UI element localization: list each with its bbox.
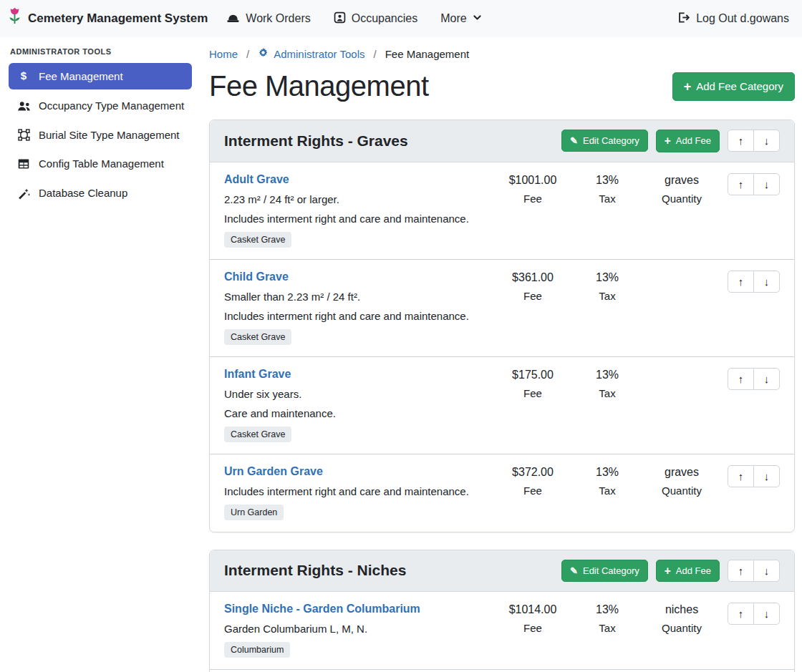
- nav-more-label: More: [440, 12, 466, 25]
- move-fee-up-button[interactable]: ↑: [728, 368, 754, 390]
- fee-quantity-label: Quantity: [644, 193, 719, 205]
- gear-icon: [258, 47, 269, 60]
- edit-category-button[interactable]: ✎ Edit Category: [561, 560, 648, 582]
- fee-type-badge: Columbarium: [224, 642, 290, 658]
- move-category-up-button[interactable]: ↑: [728, 560, 754, 582]
- fee-name-link[interactable]: Urn Garden Grave: [224, 465, 323, 478]
- nav-more[interactable]: More: [440, 11, 481, 26]
- fee-tax-col: 13% Tax: [570, 603, 644, 634]
- fee-description: Includes interment right and care and ma…: [224, 213, 496, 225]
- fee-quantity-col: [644, 368, 719, 369]
- plus-icon: +: [665, 135, 671, 147]
- category-header: Interment Rights - Graves ✎ Edit Categor…: [210, 120, 794, 162]
- fee-tax-col: 13% Tax: [570, 368, 644, 399]
- top-navbar: Cemetery Management System Work Orders O…: [0, 0, 802, 37]
- fee-tax-label: Tax: [570, 387, 644, 399]
- fee-amount: $372.00: [496, 466, 570, 479]
- fee-name-link[interactable]: Child Grave: [224, 271, 289, 283]
- add-fee-button[interactable]: + Add Fee: [656, 130, 720, 152]
- main-content: Home / Administrator Tools / Fee Managem…: [200, 37, 802, 672]
- fee-tax-label: Tax: [570, 484, 644, 497]
- fee-amount: $361.00: [496, 271, 570, 284]
- add-fee-button[interactable]: + Add Fee: [656, 560, 720, 583]
- sidebar-item-config-table-management[interactable]: Config Table Management: [9, 150, 192, 177]
- fee-amount-label: Fee: [496, 290, 570, 302]
- fee-amount-col: $372.00 Fee: [496, 465, 570, 497]
- fee-tax-label: Tax: [570, 622, 644, 634]
- logout-icon: [677, 11, 690, 26]
- edit-category-button[interactable]: ✎ Edit Category: [561, 130, 648, 152]
- fee-type-badge: Casket Grave: [224, 329, 291, 345]
- app-brand[interactable]: Cemetery Management System: [7, 7, 208, 30]
- nav-work-orders[interactable]: Work Orders: [226, 11, 310, 26]
- move-fee-down-button[interactable]: ↓: [753, 271, 780, 293]
- fee-amount-col: $361.00 Fee: [496, 271, 570, 302]
- fee-quantity: graves: [644, 466, 719, 479]
- vector-square-icon: [16, 127, 32, 142]
- logout-link[interactable]: Log Out d.gowans: [677, 11, 789, 26]
- plus-icon: +: [665, 565, 671, 577]
- move-fee-down-button[interactable]: ↓: [753, 465, 780, 487]
- move-fee-up-button[interactable]: ↑: [728, 173, 754, 195]
- sidebar-item-occupancy-type-management[interactable]: Occupancy Type Management: [9, 92, 192, 119]
- add-fee-category-button[interactable]: + Add Fee Category: [672, 72, 795, 101]
- fee-row: Infant Grave Under six years. Care and m…: [210, 356, 794, 454]
- fee-row: Single Niche - Garden Columbarium Garden…: [210, 592, 794, 669]
- sidebar-item-label: Config Table Management: [39, 156, 164, 171]
- fee-type-badge: Casket Grave: [224, 232, 291, 248]
- page-title: Fee Management: [209, 70, 672, 102]
- fee-amount-label: Fee: [496, 387, 570, 399]
- fee-reorder-buttons: ↑ ↓: [728, 465, 780, 487]
- add-fee-category-label: Add Fee Category: [696, 80, 783, 92]
- breadcrumb-separator: /: [373, 48, 376, 60]
- fee-amount-col: $1001.00 Fee: [496, 173, 570, 205]
- fee-amount-label: Fee: [496, 484, 570, 497]
- fee-name-link[interactable]: Infant Grave: [224, 368, 291, 381]
- nav-work-orders-label: Work Orders: [246, 12, 310, 25]
- nav-occupancies[interactable]: Occupancies: [334, 11, 418, 26]
- pencil-icon: ✎: [570, 136, 578, 145]
- add-fee-label: Add Fee: [676, 565, 711, 576]
- sidebar-item-fee-management[interactable]: $ Fee Management: [9, 63, 192, 89]
- fee-quantity: niches: [644, 603, 719, 616]
- sidebar-item-label: Occupancy Type Management: [39, 98, 184, 113]
- move-fee-down-button[interactable]: ↓: [753, 173, 780, 195]
- sidebar-item-label: Fee Management: [39, 69, 123, 84]
- fee-name-link[interactable]: Single Niche - Garden Columbarium: [224, 603, 420, 615]
- move-category-down-button[interactable]: ↓: [753, 560, 780, 582]
- fee-description: Includes interment right and care and ma…: [224, 485, 496, 497]
- primary-nav: Work Orders Occupancies More: [226, 11, 481, 26]
- fee-quantity-col: [644, 271, 719, 271]
- nav-occupancies-label: Occupancies: [352, 12, 418, 25]
- fee-name-link[interactable]: Adult Grave: [224, 173, 289, 186]
- sidebar-item-database-cleanup[interactable]: Database Cleanup: [9, 180, 192, 206]
- fee-amount: $1001.00: [496, 174, 570, 187]
- breadcrumb-admin-tools-label: Administrator Tools: [274, 48, 364, 60]
- tulip-logo-icon: [7, 7, 22, 30]
- sidebar-item-burial-site-type-management[interactable]: Burial Site Type Management: [9, 122, 192, 148]
- fee-tax-col: 13% Tax: [570, 271, 644, 302]
- fee-reorder-buttons: ↑ ↓: [728, 603, 780, 625]
- pencil-icon: ✎: [570, 566, 578, 575]
- fee-description: Care and maintenance.: [224, 407, 496, 419]
- dollar-icon: $: [16, 69, 32, 83]
- move-fee-up-button[interactable]: ↑: [728, 603, 754, 625]
- move-category-down-button[interactable]: ↓: [753, 130, 780, 152]
- fee-description: Under six years.: [224, 388, 496, 400]
- fee-row: Urn Garden Grave Includes interment righ…: [210, 454, 794, 532]
- sidebar-item-label: Database Cleanup: [39, 185, 127, 200]
- move-fee-up-button[interactable]: ↑: [728, 465, 754, 487]
- fee-quantity: graves: [644, 174, 719, 187]
- sidebar: ADMINISTRATOR TOOLS $ Fee Management Occ…: [0, 37, 200, 672]
- move-fee-down-button[interactable]: ↓: [753, 603, 780, 625]
- fee-amount: $1014.00: [496, 603, 570, 616]
- move-fee-down-button[interactable]: ↓: [753, 368, 780, 390]
- fee-description: 2.23 m² / 24 ft² or larger.: [224, 193, 496, 205]
- breadcrumb-admin-tools-link[interactable]: Administrator Tools: [258, 47, 364, 60]
- move-category-up-button[interactable]: ↑: [728, 130, 754, 152]
- move-fee-up-button[interactable]: ↑: [728, 271, 754, 293]
- fee-amount-label: Fee: [496, 193, 570, 205]
- breadcrumb-home-link[interactable]: Home: [209, 48, 238, 60]
- chevron-down-icon: [473, 12, 482, 25]
- breadcrumb: Home / Administrator Tools / Fee Managem…: [209, 47, 795, 60]
